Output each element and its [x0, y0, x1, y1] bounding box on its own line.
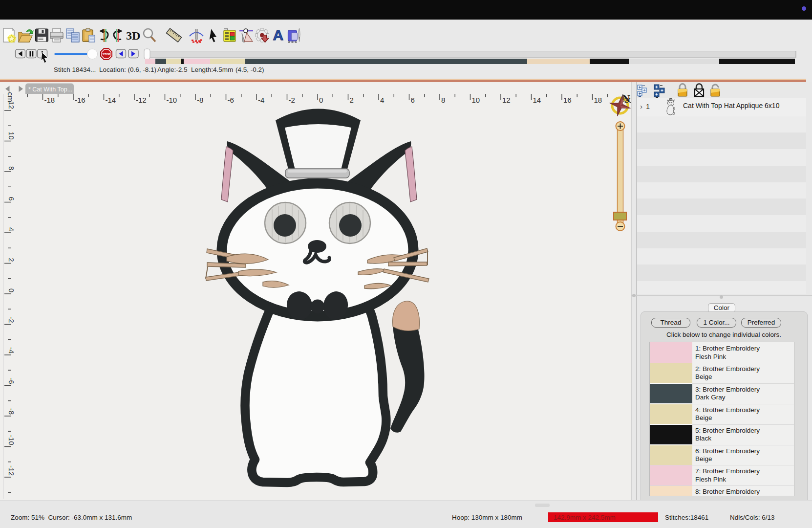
svg-text:2: 2: [350, 96, 354, 104]
svg-text:-4: -4: [258, 96, 264, 104]
svg-text:20: 20: [624, 96, 631, 104]
svg-text:-6: -6: [228, 96, 234, 104]
svg-text:10: 10: [7, 132, 15, 139]
svg-text:-10: -10: [167, 96, 177, 104]
svg-text:6: 6: [7, 197, 15, 200]
svg-text:* Cat With Top...: * Cat With Top...: [28, 86, 72, 93]
svg-text:-18: -18: [44, 96, 55, 104]
svg-text:8: 8: [441, 96, 445, 104]
svg-text:-2: -2: [289, 96, 295, 104]
svg-text:0: 0: [319, 96, 323, 104]
svg-text:4: 4: [380, 96, 384, 104]
svg-text:4: 4: [7, 227, 15, 231]
svg-text:STOP: STOP: [102, 53, 110, 56]
svg-text:-4: -4: [7, 347, 15, 353]
svg-text:A: A: [273, 27, 284, 43]
svg-text:-12: -12: [136, 96, 147, 104]
svg-text:16: 16: [563, 96, 572, 104]
svg-text:18: 18: [594, 96, 602, 104]
svg-text:12: 12: [502, 96, 511, 104]
svg-text:-14: -14: [106, 96, 116, 104]
svg-text:2: 2: [7, 258, 15, 262]
svg-text:-6: -6: [7, 378, 15, 384]
svg-text:6: 6: [411, 96, 415, 104]
svg-text:8: 8: [7, 166, 15, 170]
svg-text:3D: 3D: [126, 29, 140, 42]
svg-text:0: 0: [7, 288, 15, 292]
svg-text:-8: -8: [7, 408, 15, 415]
svg-text:10: 10: [472, 96, 480, 104]
svg-text:-10: -10: [7, 435, 15, 445]
svg-text:-16: -16: [75, 96, 85, 104]
svg-text:-8: -8: [197, 96, 203, 104]
svg-text:12: 12: [7, 101, 15, 109]
svg-text:cm: cm: [6, 92, 15, 102]
svg-text:-2: -2: [7, 317, 15, 323]
svg-text:14: 14: [533, 96, 541, 104]
svg-text:-12: -12: [7, 465, 15, 476]
